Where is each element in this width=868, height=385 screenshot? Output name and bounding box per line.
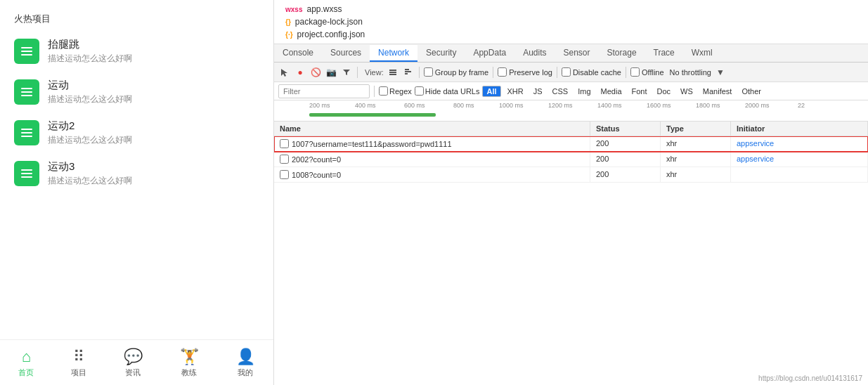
svg-rect-15 xyxy=(389,74,396,75)
nav-item-home[interactable]: ⌂ 首页 xyxy=(8,344,44,381)
other-filter-btn[interactable]: Other xyxy=(738,86,765,96)
regex-label[interactable]: Regex xyxy=(379,86,412,96)
group-by-frame-checkbox[interactable] xyxy=(424,67,433,77)
svg-rect-6 xyxy=(21,129,32,130)
nav-label-mine: 我的 xyxy=(238,367,253,378)
group-by-frame-label[interactable]: Group by frame xyxy=(424,67,488,77)
file-item-wxss[interactable]: wxss app.wxss xyxy=(274,3,868,15)
table-row-2[interactable]: 2002?count=0 200 xhr appservice xyxy=(274,152,868,167)
view-list-btn[interactable] xyxy=(387,66,399,79)
doc-filter-btn[interactable]: Doc xyxy=(654,86,675,96)
row-3-checkbox[interactable] xyxy=(280,170,289,179)
td-initiator-1: appservice xyxy=(731,136,868,151)
item-desc-3: 描述运动怎么这么好啊 xyxy=(48,175,132,187)
table-row-1[interactable]: 1007?username=test111&password=pwd1111 2… xyxy=(274,136,868,152)
svg-rect-14 xyxy=(389,72,396,73)
tab-appdata[interactable]: AppData xyxy=(465,45,514,62)
svg-rect-9 xyxy=(21,169,32,171)
tab-storage[interactable]: Storage xyxy=(599,45,645,62)
file-item-project[interactable]: {·} project.config.json xyxy=(274,28,868,41)
css-filter-btn[interactable]: CSS xyxy=(549,86,572,96)
filter-input[interactable] xyxy=(278,84,370,98)
svg-rect-4 xyxy=(21,91,32,93)
throttling-dropdown-btn[interactable]: ▼ xyxy=(714,66,727,79)
hot-section: 火热项目 抬腿跳 描述运动怎么这么好啊 xyxy=(0,0,273,339)
row-2-checkbox[interactable] xyxy=(280,155,289,164)
hide-data-urls-label[interactable]: Hide data URLs xyxy=(415,86,480,96)
tab-console[interactable]: Console xyxy=(274,45,322,62)
initiator-link-1[interactable]: appservice xyxy=(737,139,774,148)
file-name-project: project.config.json xyxy=(297,30,365,39)
td-name-2: 2002?count=0 xyxy=(274,152,590,167)
tab-sensor[interactable]: Sensor xyxy=(555,45,599,62)
row-1-checkbox[interactable] xyxy=(280,139,289,148)
tab-wxml[interactable]: Wxml xyxy=(683,45,721,62)
preserve-log-label[interactable]: Preserve log xyxy=(498,67,552,77)
disable-cache-checkbox[interactable] xyxy=(562,67,571,77)
img-filter-btn[interactable]: Img xyxy=(574,86,594,96)
list-item-3[interactable]: 运动3 描述运动怎么这么好啊 xyxy=(0,153,273,194)
tl-1400: 1400 ms xyxy=(597,102,622,109)
nav-item-project[interactable]: ⠿ 项目 xyxy=(60,344,97,381)
all-filter-btn[interactable]: All xyxy=(482,86,500,97)
xhr-filter-btn[interactable]: XHR xyxy=(504,86,527,96)
js-filter-btn[interactable]: JS xyxy=(530,86,546,96)
filter-sep-1 xyxy=(374,86,375,97)
list-item-0[interactable]: 抬腿跳 描述运动怎么这么好啊 xyxy=(0,31,273,72)
cursor-tool-btn[interactable] xyxy=(278,66,291,79)
disable-cache-text: Disable cache xyxy=(573,68,621,77)
tab-network[interactable]: Network xyxy=(370,45,417,62)
offline-label[interactable]: Offline xyxy=(630,67,664,77)
list-item-2[interactable]: 运动2 描述运动怎么这么好啊 xyxy=(0,112,273,153)
td-type-2: xhr xyxy=(661,152,731,167)
disable-cache-label[interactable]: Disable cache xyxy=(562,67,621,77)
item-text-3: 运动3 描述运动怎么这么好啊 xyxy=(48,160,132,187)
tl-400: 400 ms xyxy=(355,102,376,109)
svg-rect-7 xyxy=(21,132,32,133)
initiator-link-2[interactable]: appservice xyxy=(737,155,774,163)
toolbar-sep-2 xyxy=(419,67,420,78)
tl-200: 200 ms xyxy=(309,102,330,109)
list-icon-3 xyxy=(20,167,34,181)
no-throttling-text: No throttling xyxy=(670,68,711,77)
bottom-nav: ⌂ 首页 ⠿ 项目 💬 资讯 🏋 教练 👤 我的 xyxy=(0,339,273,385)
list-icon-0 xyxy=(20,44,34,58)
ws-filter-btn[interactable]: WS xyxy=(677,86,697,96)
regex-checkbox[interactable] xyxy=(379,86,388,96)
view-waterfall-btn[interactable] xyxy=(402,66,415,79)
clear-btn[interactable]: 🚫 xyxy=(309,66,322,79)
table-row-3[interactable]: 1008?count=0 200 xhr xyxy=(274,167,868,183)
nav-item-news[interactable]: 💬 资讯 xyxy=(113,344,153,381)
nav-label-home: 首页 xyxy=(18,367,34,378)
tl-600: 600 ms xyxy=(404,102,425,109)
td-status-2: 200 xyxy=(590,152,661,167)
manifest-filter-btn[interactable]: Manifest xyxy=(699,86,736,96)
nav-item-coach[interactable]: 🏋 教练 xyxy=(169,344,209,381)
font-filter-btn[interactable]: Font xyxy=(628,86,651,96)
tab-trace[interactable]: Trace xyxy=(645,45,683,62)
record-btn[interactable]: ● xyxy=(294,66,306,79)
file-item-package[interactable]: {} package-lock.json xyxy=(274,15,868,28)
item-desc-1: 描述运动怎么这么好啊 xyxy=(48,93,132,105)
svg-marker-12 xyxy=(281,69,287,77)
tab-security[interactable]: Security xyxy=(417,45,465,62)
filter-icon-btn[interactable] xyxy=(340,66,353,79)
svg-rect-3 xyxy=(21,88,32,89)
camera-btn[interactable]: 📷 xyxy=(325,66,337,79)
hide-data-urls-checkbox[interactable] xyxy=(415,86,424,96)
hot-title: 火热项目 xyxy=(0,7,273,31)
list-item-1[interactable]: 运动 描述运动怎么这么好啊 xyxy=(0,72,273,112)
user-icon: 👤 xyxy=(236,348,255,366)
tab-audits[interactable]: Audits xyxy=(514,45,555,62)
table-header: Name Status Type Initiator xyxy=(274,122,868,136)
tl-1000: 1000 ms xyxy=(499,102,524,109)
offline-checkbox[interactable] xyxy=(630,67,640,77)
th-status: Status xyxy=(590,122,661,136)
preserve-log-checkbox[interactable] xyxy=(498,67,507,77)
json-ext-icon-1: {} xyxy=(285,18,291,26)
timeline-bar xyxy=(309,113,436,117)
th-type: Type xyxy=(661,122,731,136)
media-filter-btn[interactable]: Media xyxy=(597,86,626,96)
tab-sources[interactable]: Sources xyxy=(322,45,370,62)
nav-item-mine[interactable]: 👤 我的 xyxy=(226,344,266,381)
